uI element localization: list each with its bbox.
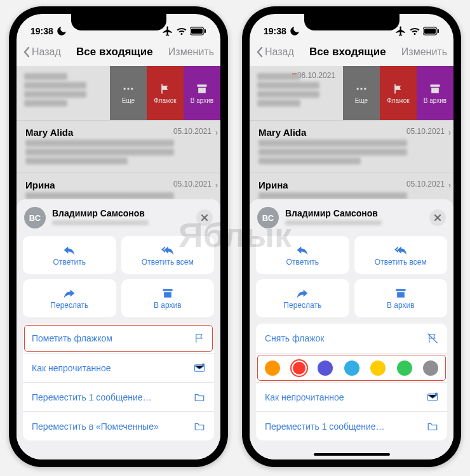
mail-date: 05.10.2021	[406, 127, 445, 136]
swipe-archive-button[interactable]: В архив	[184, 66, 220, 120]
flag-color-option[interactable]	[370, 360, 386, 376]
ellipsis-icon	[354, 83, 368, 95]
reply-all-button[interactable]: Ответить всем	[354, 236, 448, 274]
move-message-button[interactable]: Переместить 1 сообщение…	[256, 411, 447, 440]
mail-date: 05.10.2021	[406, 180, 445, 188]
status-time: 19:38	[264, 26, 286, 36]
ellipsis-icon	[121, 83, 135, 95]
close-button[interactable]	[429, 209, 446, 226]
reply-all-icon	[394, 244, 407, 256]
svg-rect-10	[438, 29, 439, 33]
wifi-icon	[409, 25, 420, 37]
archive-button[interactable]: В архив	[354, 279, 448, 317]
mail-date: 06.10.2021	[297, 71, 335, 80]
swipe-archive-button[interactable]: В архив	[417, 66, 453, 120]
phone-frame-right: 19:38 Назад Все входящие Изменить	[242, 6, 461, 467]
swipe-flag-button[interactable]: Флажок	[380, 66, 417, 120]
folder-icon	[194, 421, 205, 432]
flag-color-option[interactable]	[423, 360, 438, 376]
archive-box-icon	[394, 287, 407, 300]
reply-all-icon	[161, 244, 174, 256]
flag-slash-icon	[427, 333, 438, 344]
page-title: Все входящие	[76, 46, 153, 58]
chevron-right-icon: ›	[215, 128, 218, 137]
svg-point-11	[357, 88, 359, 89]
action-sheet: ВС Владимир Самсонов Ответить	[17, 199, 220, 459]
action-sheet: ВС Владимир Самсонов Ответить	[250, 199, 453, 459]
chevron-right-icon: ›	[448, 181, 451, 190]
flag-icon	[391, 83, 405, 95]
chevron-right-icon: ›	[215, 181, 218, 190]
wifi-icon	[176, 25, 187, 37]
forward-button[interactable]: Переслать	[23, 279, 116, 317]
move-message-button[interactable]: Переместить 1 сообщение…	[23, 382, 214, 411]
mail-date: 05.10.2021	[173, 127, 211, 136]
flag-color-option[interactable]	[265, 360, 280, 376]
close-button[interactable]	[196, 209, 213, 226]
mark-unread-button[interactable]: Как непрочитанное	[23, 353, 214, 382]
flag-color-option[interactable]	[397, 360, 412, 376]
home-indicator	[314, 453, 390, 456]
airplane-icon	[395, 25, 406, 37]
swipe-more-button[interactable]: Еще	[110, 66, 147, 120]
edit-button[interactable]: Изменить	[168, 46, 214, 58]
moon-icon	[56, 25, 67, 37]
close-icon	[201, 214, 208, 221]
chevron-left-icon	[23, 46, 30, 58]
svg-point-15	[435, 392, 438, 395]
archive-icon	[195, 83, 209, 95]
flag-color-row	[256, 353, 447, 382]
flag-icon	[158, 83, 172, 95]
svg-point-3	[124, 88, 126, 89]
avatar: ВС	[24, 207, 46, 228]
flag-add-button[interactable]: Пометить флажком	[23, 324, 214, 353]
folder-icon	[427, 421, 438, 432]
envelope-dot-icon	[427, 392, 438, 403]
reply-button[interactable]: Ответить	[23, 236, 116, 274]
mail-row-swiped[interactable]: 06.10.2021 Еще Ф	[250, 66, 453, 121]
reply-icon	[63, 244, 76, 256]
nav-bar: Назад Все входящие Изменить	[250, 38, 453, 66]
archive-button[interactable]: В архив	[121, 279, 215, 317]
archive-icon	[428, 83, 442, 95]
reply-button[interactable]: Ответить	[256, 236, 349, 274]
swipe-more-button[interactable]: Еще	[343, 66, 380, 120]
status-time: 19:38	[30, 26, 53, 36]
mail-row[interactable]: Mary Alida 05.10.2021 ›	[17, 121, 220, 173]
flag-remove-button[interactable]: Снять флажок	[256, 324, 447, 353]
battery-icon	[190, 27, 206, 36]
folder-icon	[194, 392, 205, 403]
notch	[71, 14, 166, 30]
svg-point-7	[202, 363, 205, 366]
battery-icon	[423, 27, 440, 36]
svg-rect-9	[424, 29, 436, 34]
mail-row-swiped[interactable]: Еще Флажок В архив	[17, 66, 220, 121]
mail-row[interactable]: Mary Alida 05.10.2021 ›	[250, 121, 453, 173]
move-to-flagged-button[interactable]: Переместить в «Помеченные»	[23, 411, 214, 440]
swipe-flag-button[interactable]: Флажок	[147, 66, 184, 120]
edit-button[interactable]: Изменить	[401, 46, 447, 58]
flag-color-option[interactable]	[318, 360, 333, 376]
notch	[304, 14, 399, 30]
mark-unread-button[interactable]: Как непрочитанное	[256, 382, 447, 411]
reply-all-button[interactable]: Ответить всем	[121, 236, 215, 274]
forward-button[interactable]: Переслать	[256, 279, 349, 317]
svg-point-4	[127, 88, 129, 89]
chevron-left-icon	[256, 46, 264, 58]
flag-outline-icon	[194, 333, 205, 344]
reply-icon	[296, 244, 309, 256]
envelope-dot-icon	[194, 362, 205, 374]
airplane-icon	[162, 25, 173, 37]
nav-bar: Назад Все входящие Изменить	[17, 38, 220, 66]
flag-color-option[interactable]	[292, 360, 307, 376]
sheet-person-name: Владимир Самсонов	[285, 208, 423, 218]
svg-point-5	[131, 88, 133, 89]
forward-icon	[63, 287, 76, 300]
back-button[interactable]: Назад	[256, 46, 294, 58]
flag-color-option[interactable]	[344, 360, 359, 376]
chevron-right-icon: ›	[448, 128, 451, 137]
archive-box-icon	[161, 287, 174, 300]
sheet-person-name: Владимир Самсонов	[52, 208, 190, 218]
avatar: ВС	[257, 207, 279, 228]
back-button[interactable]: Назад	[23, 46, 61, 58]
